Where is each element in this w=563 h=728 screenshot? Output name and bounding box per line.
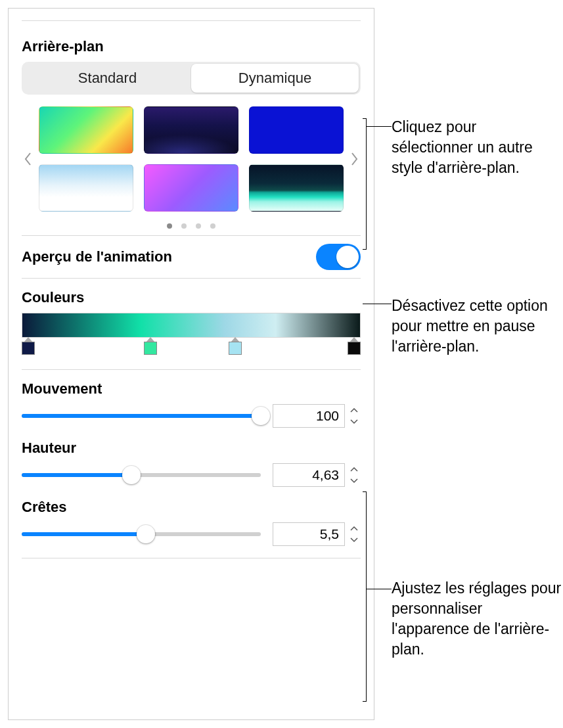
background-thumbnails — [22, 106, 361, 212]
divider — [22, 278, 361, 279]
gradient-stops — [22, 338, 361, 357]
callout-toggle: Désactivez cette option pour mettre en p… — [392, 296, 562, 357]
callout-connector — [363, 491, 392, 702]
stepper-up-icon[interactable] — [348, 405, 361, 415]
bg-thumb-1[interactable] — [39, 106, 133, 154]
stepper-down-icon[interactable] — [348, 417, 361, 427]
page-dot-1[interactable] — [167, 223, 172, 229]
mouvement-stepper[interactable] — [348, 405, 361, 427]
gradient-editor[interactable] — [22, 313, 361, 338]
colors-label: Couleurs — [22, 289, 361, 306]
stepper-up-icon[interactable] — [348, 523, 361, 534]
page-dot-3[interactable] — [196, 223, 201, 229]
gradient-stop-3[interactable] — [228, 337, 242, 355]
gradient-stop-4[interactable] — [347, 337, 361, 355]
bg-thumb-3[interactable] — [249, 106, 344, 154]
section-title-background: Arrière-plan — [22, 38, 361, 55]
bg-thumb-4[interactable] — [39, 164, 133, 212]
animation-preview-toggle[interactable] — [316, 244, 361, 270]
hauteur-field[interactable]: 4,63 — [273, 463, 345, 487]
stepper-down-icon[interactable] — [348, 535, 361, 545]
chevron-left-icon[interactable] — [22, 152, 35, 166]
callout-sliders: Ajustez les réglages pour personnaliser … — [392, 578, 562, 660]
mouvement-label: Mouvement — [22, 380, 361, 398]
animation-preview-row: Aperçu de l'animation — [22, 236, 361, 278]
page-dots[interactable] — [22, 223, 361, 229]
cretes-slider[interactable] — [22, 525, 261, 543]
divider — [22, 20, 361, 21]
callout-connector — [363, 304, 392, 304]
hauteur-slider[interactable] — [22, 466, 261, 484]
inspector-panel: Arrière-plan Standard Dynamique Aperçu d… — [8, 8, 374, 720]
animation-preview-label: Aperçu de l'animation — [22, 248, 172, 265]
stepper-down-icon[interactable] — [348, 476, 361, 486]
cretes-row: 5,5 — [22, 522, 361, 546]
cretes-field[interactable]: 5,5 — [273, 522, 345, 546]
toggle-knob — [336, 246, 359, 268]
hauteur-stepper[interactable] — [348, 464, 361, 486]
cretes-stepper[interactable] — [348, 523, 361, 545]
bg-thumb-6[interactable] — [249, 164, 344, 212]
divider — [22, 369, 361, 370]
page-dot-4[interactable] — [210, 223, 215, 229]
mouvement-field[interactable]: 100 — [273, 404, 345, 428]
stepper-up-icon[interactable] — [348, 464, 361, 474]
mouvement-row: 100 — [22, 404, 361, 428]
page-dot-2[interactable] — [181, 223, 187, 229]
hauteur-row: 4,63 — [22, 463, 361, 487]
gradient-stop-2[interactable] — [143, 337, 158, 355]
bg-thumb-2[interactable] — [144, 106, 238, 154]
callout-bg-styles: Cliquez pour sélectionner un autre style… — [392, 117, 552, 178]
tab-dynamic[interactable]: Dynamique — [191, 64, 359, 93]
divider — [22, 558, 361, 558]
callout-connector — [363, 118, 392, 250]
gradient-stop-1[interactable] — [21, 337, 35, 355]
mouvement-slider[interactable] — [22, 407, 261, 425]
cretes-label: Crêtes — [22, 499, 361, 516]
chevron-right-icon[interactable] — [348, 152, 361, 166]
tab-standard[interactable]: Standard — [24, 64, 191, 93]
bg-thumb-5[interactable] — [144, 164, 238, 212]
hauteur-label: Hauteur — [22, 440, 361, 457]
background-mode-segmented[interactable]: Standard Dynamique — [22, 62, 361, 95]
